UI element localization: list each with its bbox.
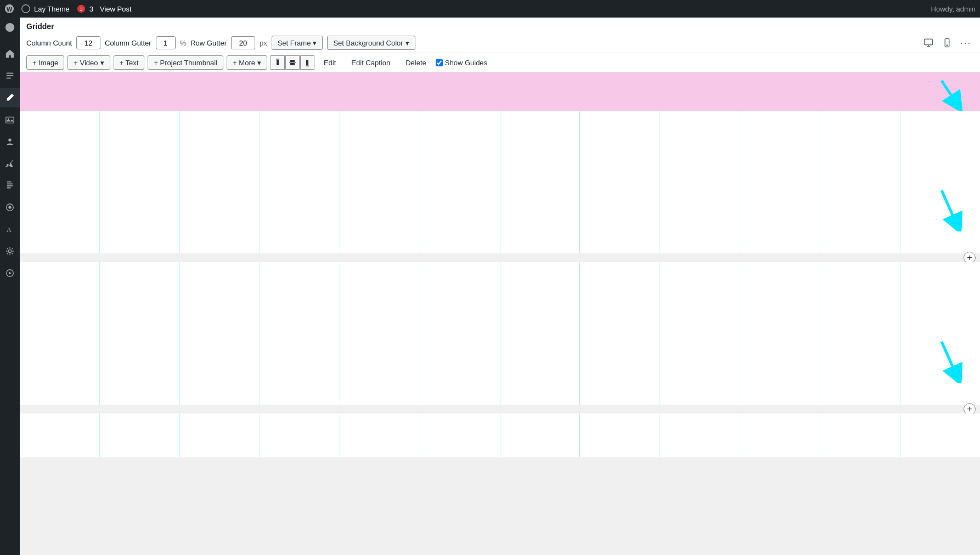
column-guides-overlay-1: [20, 111, 980, 253]
delete-button[interactable]: Delete: [399, 55, 432, 70]
cyan-arrow-2: [931, 188, 964, 231]
image-button[interactable]: + Image: [26, 55, 64, 70]
svg-point-19: [8, 250, 11, 252]
column-gutter-unit: %: [180, 39, 187, 47]
svg-rect-25: [277, 60, 279, 65]
svg-rect-24: [276, 59, 279, 60]
sidebar-font[interactable]: A: [0, 219, 20, 239]
svg-rect-15: [7, 188, 11, 189]
toolbar-right: ···: [921, 35, 973, 50]
align-middle-button[interactable]: [285, 55, 300, 70]
sidebar-settings[interactable]: [0, 241, 20, 261]
pink-background-row: [20, 72, 980, 111]
sidebar-posts[interactable]: [0, 66, 20, 86]
sidebar-media[interactable]: [0, 110, 20, 129]
svg-rect-6: [7, 73, 14, 74]
column-guides-overlay-3: [20, 414, 980, 457]
column-gutter-label: Column Gutter: [105, 39, 151, 47]
row-gutter-unit: px: [260, 39, 267, 47]
set-background-button[interactable]: Set Background Color ▾: [327, 36, 415, 50]
row-gutter-1: +: [20, 253, 980, 262]
cyan-arrow-1: [931, 78, 964, 111]
grid-row-wrapper-3: [20, 414, 980, 457]
mobile-view-button[interactable]: [939, 35, 955, 50]
svg-rect-12: [7, 182, 12, 183]
site-name[interactable]: Lay Theme: [21, 4, 70, 14]
sidebar-pages[interactable]: [0, 175, 20, 195]
row-gutter-input[interactable]: [231, 36, 255, 49]
desktop-view-button[interactable]: [921, 35, 936, 50]
svg-point-2: [22, 5, 30, 13]
row-gutter-label: Row Gutter: [190, 39, 227, 47]
svg-point-17: [8, 206, 11, 208]
left-sidebar: A: [0, 0, 20, 555]
gridder-title: Gridder: [20, 18, 980, 33]
svg-rect-14: [7, 185, 13, 186]
sidebar-collapse[interactable]: [0, 263, 20, 283]
more-options-button[interactable]: ···: [958, 35, 973, 50]
sidebar-home[interactable]: [0, 44, 20, 64]
sidebar-edit[interactable]: [0, 88, 20, 107]
svg-line-33: [942, 342, 957, 376]
align-bottom-button[interactable]: [300, 55, 314, 70]
wp-logo[interactable]: W: [4, 4, 14, 14]
svg-rect-27: [289, 63, 296, 63]
svg-rect-13: [7, 183, 13, 184]
admin-bar: W Lay Theme 3 3 View Post Howdy, admin: [0, 0, 980, 18]
svg-point-11: [8, 139, 11, 141]
project-thumbnail-button[interactable]: + Project Thumbnail: [148, 55, 223, 70]
svg-rect-21: [925, 39, 933, 45]
svg-line-32: [942, 190, 957, 225]
svg-rect-8: [7, 78, 11, 79]
wp-sidebar-logo[interactable]: [0, 18, 20, 37]
column-count-label: Column Count: [26, 39, 72, 47]
grid-row-2: [20, 262, 980, 405]
sidebar-preview[interactable]: [0, 197, 20, 217]
align-top-button[interactable]: [271, 55, 285, 70]
svg-rect-30: [306, 66, 309, 67]
grid-row-wrapper-2: +: [20, 262, 980, 414]
main-content: Gridder Column Count Column Gutter % Row…: [20, 18, 980, 555]
gridder-toolbar: Column Count Column Gutter % Row Gutter …: [20, 33, 980, 53]
svg-line-31: [942, 81, 957, 104]
video-button[interactable]: + Video ▾: [67, 55, 110, 70]
svg-rect-7: [7, 75, 14, 76]
grid-canvas: +: [20, 72, 980, 555]
grid-row-3: [20, 414, 980, 457]
sidebar-tools[interactable]: [0, 154, 20, 173]
align-group: [271, 55, 314, 70]
svg-rect-29: [306, 60, 308, 65]
row-gutter-2: +: [20, 405, 980, 414]
svg-text:A: A: [7, 226, 12, 234]
edit-button[interactable]: Edit: [318, 55, 342, 70]
edit-caption-button[interactable]: Edit Caption: [345, 55, 396, 70]
view-post[interactable]: View Post: [100, 5, 132, 13]
column-guides-overlay-2: [20, 262, 980, 405]
sidebar-users[interactable]: [0, 132, 20, 151]
svg-text:W: W: [7, 6, 13, 13]
svg-point-23: [947, 45, 948, 46]
show-guides-checkbox[interactable]: [436, 59, 443, 66]
svg-text:3: 3: [80, 7, 82, 12]
svg-point-5: [5, 23, 14, 32]
grid-row-wrapper-1: +: [20, 111, 980, 262]
text-button[interactable]: + Text: [114, 55, 145, 70]
cyan-arrow-3: [931, 339, 964, 383]
column-count-input[interactable]: [76, 36, 100, 49]
gridder-actions: + Image + Video ▾ + Text + Project Thumb…: [20, 53, 980, 72]
howdy-text: Howdy, admin: [931, 5, 976, 13]
svg-rect-26: [290, 60, 295, 62]
svg-rect-9: [6, 117, 14, 123]
updates[interactable]: 3 3: [76, 4, 93, 14]
grid-row-1: [20, 111, 980, 253]
column-gutter-input[interactable]: [156, 36, 176, 49]
more-button[interactable]: + More ▾: [227, 55, 267, 70]
svg-rect-28: [290, 63, 295, 65]
set-frame-button[interactable]: Set Frame ▾: [272, 36, 323, 50]
gridder-panel: Gridder Column Count Column Gutter % Row…: [20, 18, 980, 72]
show-guides-label[interactable]: Show Guides: [436, 59, 487, 67]
